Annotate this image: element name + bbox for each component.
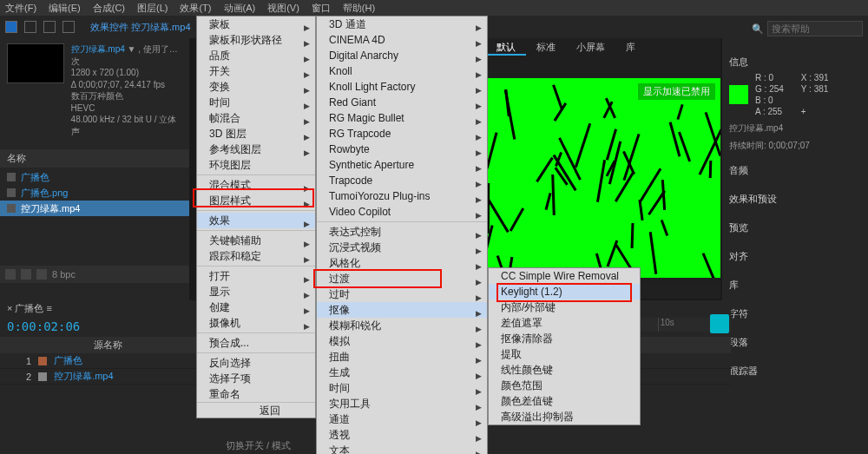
tab-library[interactable]: 库: [615, 38, 646, 56]
menu-item[interactable]: RG Trapcode▶: [317, 126, 487, 141]
menu-item[interactable]: 打开▶: [197, 268, 315, 284]
menu-item[interactable]: Red Giant▶: [317, 95, 487, 110]
list-item[interactable]: 广播色: [0, 169, 189, 185]
menu-item[interactable]: 帧混合▶: [197, 110, 315, 126]
submenu-effect-categories[interactable]: 3D 通道▶CINEMA 4D▶Digital Anarchy▶Knoll▶Kn…: [316, 16, 488, 454]
menu-view[interactable]: 视图(V): [267, 2, 299, 15]
list-item[interactable]: 控刀绿幕.mp4: [0, 201, 189, 216]
panel-effects[interactable]: 效果和预设: [729, 189, 861, 209]
menu-item[interactable]: 重命名: [197, 386, 315, 402]
menu-comp[interactable]: 合成(C): [93, 2, 125, 15]
menu-item[interactable]: RG Magic Bullet▶: [317, 110, 487, 126]
panel-audio[interactable]: 音频: [729, 161, 861, 181]
search-help-input[interactable]: [767, 21, 863, 36]
menu-file[interactable]: 文件(F): [5, 2, 36, 15]
context-menu-layer[interactable]: 蒙板▶蒙板和形状路径▶品质▶开关▶变换▶时间▶帧混合▶3D 图层▶参考线图层▶环…: [196, 16, 316, 418]
menu-item[interactable]: 显示▶: [197, 284, 315, 299]
menu-item[interactable]: 选择子项: [197, 371, 315, 386]
menu-item[interactable]: TumoiYorozu Plug-ins▶: [317, 188, 487, 204]
menu-item[interactable]: 反向选择: [197, 355, 315, 371]
tab-default[interactable]: 默认: [486, 38, 526, 56]
panel-character[interactable]: 字符: [729, 304, 861, 324]
panel-preview[interactable]: 预览: [729, 218, 861, 238]
panel-tracker[interactable]: 跟踪器: [729, 361, 861, 381]
menu-anim[interactable]: 动画(A): [224, 2, 256, 15]
menu-item[interactable]: 蒙板▶: [197, 16, 315, 32]
menu-return[interactable]: 返回: [197, 402, 315, 418]
menu-item[interactable]: 关键帧辅助▶: [197, 233, 315, 248]
tool-selection[interactable]: [5, 21, 17, 33]
menu-item[interactable]: 跟踪和稳定▶: [197, 248, 315, 264]
menu-item[interactable]: 蒙板和形状路径▶: [197, 32, 315, 48]
tool-hand[interactable]: [24, 21, 36, 33]
menu-item[interactable]: 线性颜色键: [489, 362, 640, 378]
menu-item[interactable]: Knoll▶: [317, 63, 487, 79]
menubar[interactable]: 文件(F) 编辑(E) 合成(C) 图层(L) 效果(T) 动画(A) 视图(V…: [0, 0, 868, 16]
menu-item[interactable]: 表达式控制▶: [317, 224, 487, 240]
menu-item[interactable]: Synthetic Aperture▶: [317, 157, 487, 173]
menu-help[interactable]: 帮助(H): [343, 2, 375, 15]
col-source-name[interactable]: 源名称: [94, 339, 122, 352]
menu-item[interactable]: 生成▶: [317, 365, 487, 380]
menu-window[interactable]: 窗口: [312, 2, 331, 15]
menu-item[interactable]: 开关▶: [197, 63, 315, 79]
menu-item[interactable]: 颜色范围: [489, 378, 640, 393]
effect-controls-tab[interactable]: 效果控件 控刀绿幕.mp4: [90, 21, 191, 34]
menu-item[interactable]: 高级溢出抑制器: [489, 409, 640, 424]
menu-item[interactable]: 品质▶: [197, 48, 315, 63]
menu-item[interactable]: CINEMA 4D▶: [317, 32, 487, 48]
menu-edit[interactable]: 编辑(E): [49, 2, 81, 15]
menu-item[interactable]: 扭曲▶: [317, 349, 487, 365]
menu-item[interactable]: 抠像清除器: [489, 331, 640, 346]
timeline-tab[interactable]: × 广播色 ≡: [7, 302, 52, 315]
menu-item[interactable]: 3D 通道▶: [317, 16, 487, 32]
menu-item[interactable]: 抠像▶: [317, 302, 487, 318]
menu-item[interactable]: 提取: [489, 346, 640, 362]
panel-align[interactable]: 对齐: [729, 247, 861, 266]
menu-item[interactable]: 实用工具▶: [317, 396, 487, 411]
menu-item[interactable]: 环境图层: [197, 157, 315, 173]
menu-item[interactable]: 变换▶: [197, 79, 315, 95]
column-header-name[interactable]: 名称: [0, 149, 189, 168]
menu-item[interactable]: 模拟▶: [317, 333, 487, 349]
menu-item[interactable]: 创建▶: [197, 299, 315, 315]
menu-item[interactable]: Digital Anarchy▶: [317, 48, 487, 63]
menu-item[interactable]: 预合成...: [197, 335, 315, 351]
menu-item[interactable]: 沉浸式视频▶: [317, 240, 487, 255]
viewer-canvas[interactable]: [486, 78, 720, 278]
project-bottom-bar: 8 bpc: [0, 266, 189, 283]
menu-item[interactable]: Knoll Light Factory▶: [317, 79, 487, 95]
toggle-switches-modes[interactable]: 切换开关 / 模式: [226, 439, 291, 452]
menu-item[interactable]: 时间▶: [197, 95, 315, 110]
menu-item[interactable]: 摄像机▶: [197, 315, 315, 331]
new-comp-icon[interactable]: [21, 269, 31, 280]
tab-standard[interactable]: 标准: [526, 38, 566, 56]
menu-item[interactable]: 通道▶: [317, 411, 487, 427]
menu-layer[interactable]: 图层(L): [137, 2, 168, 15]
menu-item[interactable]: 透视▶: [317, 427, 487, 443]
right-panels: 🔍 信息 R : 0 G : 254 B : 0 A : 255 X : 391…: [722, 38, 868, 454]
tab-small[interactable]: 小屏幕: [566, 38, 615, 56]
menu-item[interactable]: 差值遮罩: [489, 315, 640, 331]
panel-library[interactable]: 库: [729, 275, 861, 295]
tool-rotate[interactable]: [62, 21, 75, 33]
tool-zoom[interactable]: [43, 21, 56, 33]
menu-item[interactable]: Trapcode▶: [317, 173, 487, 188]
list-item[interactable]: 广播色.png: [0, 185, 189, 201]
menu-item[interactable]: CC Simple Wire Removal: [489, 268, 640, 284]
menu-item[interactable]: 模糊和锐化▶: [317, 318, 487, 333]
menu-item[interactable]: 颜色差值键: [489, 393, 640, 409]
menu-item[interactable]: 参考线图层▶: [197, 141, 315, 157]
panel-paragraph[interactable]: 段落: [729, 332, 861, 352]
menu-item[interactable]: Video Copilot▶: [317, 204, 487, 220]
delete-icon[interactable]: [36, 269, 47, 280]
menu-item[interactable]: 时间▶: [317, 380, 487, 396]
menu-item[interactable]: Rowbyte▶: [317, 141, 487, 157]
new-bin-icon[interactable]: [5, 269, 16, 280]
menu-item[interactable]: 3D 图层▶: [197, 126, 315, 141]
menu-item[interactable]: 过时▶: [317, 286, 487, 302]
menu-effect[interactable]: 效果(T): [180, 2, 211, 15]
menu-item[interactable]: 效果▶: [197, 213, 315, 228]
work-area-end[interactable]: [710, 314, 729, 333]
menu-item[interactable]: 文本▶: [317, 443, 487, 454]
